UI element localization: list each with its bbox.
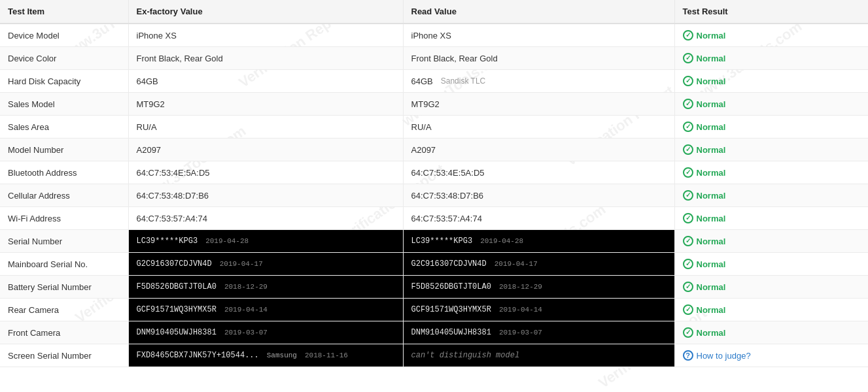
cell-ex-factory: 64GB [128,70,403,93]
ex-factory-value: 64GB [137,76,158,86]
verification-table: Test Item Ex-factory Value Read Value Te… [0,0,868,367]
result-normal-badge: Normal [683,76,861,86]
ex-factory-value: A2097 [137,145,162,155]
result-normal-badge: Normal [683,190,861,201]
result-label: Normal [697,282,726,292]
cell-ex-factory: MT9G2 [128,93,403,116]
read-value-text: 64:C7:53:48:D7:B6 [411,191,484,201]
ex-factory-value: GCF91571WQ3HYMX5R [137,305,217,314]
cell-test-result: Normal [674,116,868,139]
ex-factory-value: 64:C7:53:57:A4:74 [137,214,207,223]
check-circle-icon [683,76,693,86]
cell-ex-factory: A2097 [128,139,403,161]
ex-factory-value: FXD8465CBX7JNK57Y+10544... [137,351,259,360]
read-value-text: DNM910405UWJH8381 [411,328,491,337]
result-label: Normal [697,191,726,201]
cell-ex-factory: LC39*****KPG32019-04-28 [128,230,403,253]
result-normal-badge: Normal [683,327,861,338]
table-row: Mainboard Serial No.G2C916307CDJVN4D2019… [0,253,868,276]
ex-factory-value: G2C916307CDJVN4D [137,259,212,269]
cell-test-item: Sales Model [0,93,128,116]
cell-read-value: DNM910405UWJH83812019-03-07 [403,321,674,344]
cell-ex-factory: GCF91571WQ3HYMX5R2019-04-14 [128,299,403,321]
header-test-item: Test Item [0,0,128,24]
check-circle-icon [683,30,693,41]
read-value-text: iPhone XS [411,31,451,41]
read-value-text: RU/A [411,122,432,132]
table-row: Serial NumberLC39*****KPG32019-04-28LC39… [0,230,868,253]
cell-test-result: Normal [674,139,868,161]
result-label: Normal [697,99,726,109]
cell-ex-factory: 64:C7:53:57:A4:74 [128,207,403,230]
result-label: Normal [697,214,726,223]
table-row: Device ModeliPhone XSiPhone XSNormal [0,24,868,47]
cell-test-result: Normal [674,47,868,70]
result-label: Normal [697,259,726,269]
cell-test-result: Normal [674,253,868,276]
ex-factory-value: 64:C7:53:48:D7:B6 [137,191,209,201]
check-circle-icon [683,99,693,109]
cell-ex-factory: RU/A [128,116,403,139]
cell-test-item: Battery Serial Number [0,276,128,299]
table-row: Sales AreaRU/ARU/ANormal [0,116,868,139]
header-read-value: Read Value [403,0,674,24]
cell-test-item: Serial Number [0,230,128,253]
read-value-text: G2C916307CDJVN4D [411,259,487,269]
cell-test-result: Normal [674,161,868,184]
result-normal-badge: Normal [683,167,861,178]
cell-ex-factory: F5D8526DBGTJT0LA02018-12-29 [128,276,403,299]
cell-test-result[interactable]: ?How to judge? [674,344,868,367]
cell-test-result: Normal [674,24,868,47]
cell-read-value: RU/A [403,116,674,139]
table-row: Front CameraDNM910405UWJH83812019-03-07D… [0,321,868,344]
read-vendor: Sandisk TLC [441,76,485,86]
cell-ex-factory: DNM910405UWJH83812019-03-07 [128,321,403,344]
cell-read-value: can't distinguish model [403,344,674,367]
ex-factory-value: Front Black, Rear Gold [137,54,223,63]
cell-read-value: A2097 [403,139,674,161]
ex-factory-value: RU/A [137,122,157,132]
cell-test-item: Sales Area [0,116,128,139]
cell-test-result: Normal [674,207,868,230]
ex-factory-value: iPhone XS [137,31,177,41]
cell-read-value: LC39*****KPG32019-04-28 [403,230,674,253]
table-row: Model NumberA2097A2097Normal [0,139,868,161]
read-value-text: Front Black, Rear Gold [411,54,498,63]
cell-test-result: Normal [674,184,868,207]
table-row: Bluetooth Address64:C7:53:4E:5A:D564:C7:… [0,161,868,184]
result-label: Normal [697,168,726,178]
check-circle-icon [683,304,693,315]
ex-factory-value: 64:C7:53:4E:5A:D5 [137,168,210,178]
check-circle-icon [683,236,693,246]
read-value-text: F5D8526DBGTJT0LA0 [411,282,491,291]
question-circle-icon: ? [683,350,693,361]
result-normal-badge: Normal [683,99,861,109]
result-normal-badge: Normal [683,213,861,223]
read-value-text: GCF91571WQ3HYMX5R [411,305,491,314]
cell-ex-factory: 64:C7:53:4E:5A:D5 [128,161,403,184]
result-label: Normal [697,76,726,86]
table-row: Screen Serial NumberFXD8465CBX7JNK57Y+10… [0,344,868,367]
cell-test-item: Front Camera [0,321,128,344]
cell-test-item: Device Model [0,24,128,47]
result-normal-badge: Normal [683,236,861,246]
cell-test-item: Rear Camera [0,299,128,321]
result-label: Normal [697,54,726,63]
read-value-text: A2097 [411,145,436,155]
check-circle-icon [683,190,693,201]
check-circle-icon [683,327,693,338]
result-how-to-badge[interactable]: ?How to judge? [683,350,861,361]
cell-test-result: Normal [674,321,868,344]
read-value-text: 64:C7:53:57:A4:74 [411,214,482,223]
result-normal-badge: Normal [683,30,861,41]
cell-ex-factory: 64:C7:53:48:D7:B6 [128,184,403,207]
table-row: Battery Serial NumberF5D8526DBGTJT0LA020… [0,276,868,299]
cell-test-item: Bluetooth Address [0,161,128,184]
result-label: Normal [697,237,726,246]
check-circle-icon [683,167,693,178]
header-ex-factory: Ex-factory Value [128,0,403,24]
read-value-text: can't distinguish model [411,351,520,360]
table-row: Device ColorFront Black, Rear GoldFront … [0,47,868,70]
cell-test-result: Normal [674,299,868,321]
cell-test-result: Normal [674,276,868,299]
